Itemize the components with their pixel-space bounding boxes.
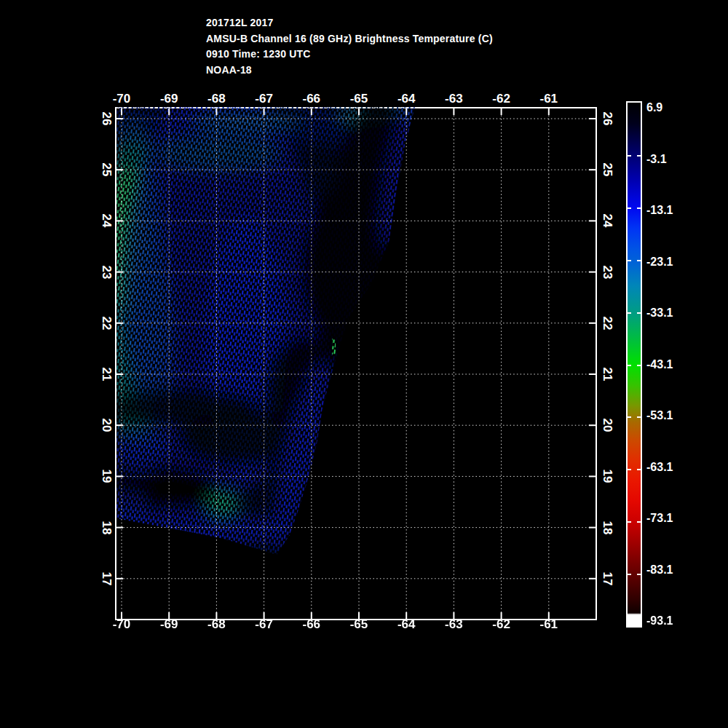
lon-tick-label-top: -62 <box>492 92 510 106</box>
colorbar-tick-mark <box>628 155 631 157</box>
lat-tick-label-right: 22 <box>600 316 614 330</box>
isolated-cold-dash <box>332 339 336 355</box>
colorbar-tick-mark <box>637 207 641 209</box>
lat-tick-label-right: 21 <box>600 368 614 381</box>
colorbar-tick-mark <box>628 521 631 523</box>
lon-tick-label-top: -70 <box>113 92 131 106</box>
lon-tick-label-top: -65 <box>350 92 368 106</box>
title-line-dataset: 201712L 2017 <box>206 15 493 31</box>
lat-tick-label-left: 18 <box>99 521 114 534</box>
colorbar-tick-label: -73.1 <box>646 512 673 525</box>
lon-tick-label-top: -64 <box>397 92 416 106</box>
colorbar-tick-mark <box>637 521 641 523</box>
title-line-satellite: NOAA-18 <box>206 63 493 79</box>
lon-tick-label-top: -66 <box>303 92 321 106</box>
colorbar-tick-mark <box>637 260 641 261</box>
colorbar-tick-label: -93.1 <box>646 614 673 628</box>
lon-tick-label-bottom: -62 <box>492 617 510 632</box>
lon-tick-label-bottom: -69 <box>160 617 178 632</box>
colorbar-tick-mark <box>637 416 641 418</box>
colorbar-tick-label: -53.1 <box>646 409 673 422</box>
colorbar-tick-label: -43.1 <box>646 358 673 371</box>
lon-tick-label-top: -67 <box>255 92 273 106</box>
lat-tick-label-right: 24 <box>600 214 614 228</box>
colorbar-tick-mark <box>628 312 631 314</box>
lon-tick-label-bottom: -68 <box>207 617 226 632</box>
lat-tick-label-left: 23 <box>99 265 114 279</box>
map-plot <box>115 107 597 620</box>
lon-tick-label-bottom: -67 <box>255 617 273 632</box>
satellite-swath <box>115 107 425 556</box>
map-swath-canvas <box>115 107 597 620</box>
lat-tick-label-right: 20 <box>600 419 614 432</box>
lat-tick-label-left: 22 <box>99 316 114 330</box>
colorbar-tick-label: -23.1 <box>646 256 673 269</box>
lon-tick-label-bottom: -64 <box>397 617 416 632</box>
lat-tick-label-right: 23 <box>600 265 614 279</box>
colorbar-tick-mark <box>628 416 631 418</box>
lat-tick-label-left: 21 <box>99 368 114 381</box>
page-root: { "title_block": { "line1": "201712L 201… <box>0 0 728 728</box>
lon-tick-label-bottom: -65 <box>350 617 368 632</box>
colorbar-tick-label: -3.1 <box>646 153 667 166</box>
colorbar-tick-mark <box>637 365 641 366</box>
lat-tick-label-left: 24 <box>99 214 114 228</box>
lat-tick-label-left: 19 <box>99 470 114 483</box>
lat-tick-label-right: 26 <box>600 112 614 126</box>
colorbar-tick-label: -83.1 <box>646 563 673 577</box>
lon-tick-label-top: -69 <box>160 92 178 106</box>
colorbar-tick-mark <box>628 365 631 366</box>
lon-tick-label-top: -63 <box>445 92 463 106</box>
lon-tick-label-top: -61 <box>540 92 558 106</box>
lon-tick-label-bottom: -70 <box>113 617 131 632</box>
lon-tick-label-bottom: -66 <box>303 617 321 632</box>
lat-tick-label-right: 17 <box>600 571 614 585</box>
lon-tick-label-bottom: -61 <box>540 617 558 632</box>
colorbar-tick-mark <box>637 155 641 157</box>
colorbar-tick-label: -13.1 <box>646 204 673 217</box>
colorbar-tick-mark <box>628 574 631 575</box>
colorbar-tick-mark <box>637 469 641 470</box>
colorbar <box>626 101 642 628</box>
colorbar-tick-mark <box>628 469 631 470</box>
lat-tick-label-right: 25 <box>600 163 614 177</box>
lon-tick-label-bottom: -63 <box>445 617 463 632</box>
colorbar-tick-label: -63.1 <box>646 461 673 474</box>
lat-tick-label-right: 18 <box>600 521 614 534</box>
colorbar-tick-mark <box>628 207 631 209</box>
lat-tick-label-left: 25 <box>99 163 114 177</box>
colorbar-tick-mark <box>637 574 641 575</box>
lat-tick-label-left: 17 <box>99 571 114 585</box>
colorbar-tick-mark <box>637 312 641 314</box>
title-line-channel: AMSU-B Channel 16 (89 GHz) Brightness Te… <box>206 31 493 47</box>
plot-title-block: 201712L 2017 AMSU-B Channel 16 (89 GHz) … <box>206 15 493 78</box>
lat-tick-label-left: 26 <box>99 112 114 126</box>
colorbar-tick-label: -33.1 <box>646 306 673 320</box>
lon-tick-label-top: -68 <box>207 92 226 106</box>
lat-tick-label-right: 19 <box>600 470 614 483</box>
colorbar-tick-mark <box>628 260 631 261</box>
lat-tick-label-left: 20 <box>99 419 114 432</box>
title-line-time: 0910 Time: 1230 UTC <box>206 47 493 63</box>
colorbar-tick-label: 6.9 <box>646 101 662 114</box>
